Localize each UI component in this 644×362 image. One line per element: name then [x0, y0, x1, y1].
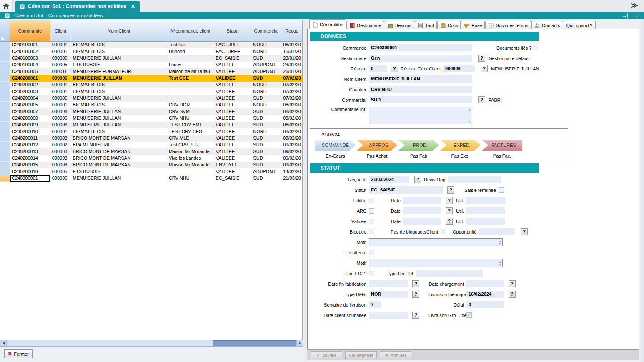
help-button[interactable]: ? — [509, 280, 516, 287]
table-row[interactable]: C240200016000005ETS DUBOISVALIDEEADUPONT… — [0, 168, 302, 175]
horizontal-scrollbar[interactable] — [0, 340, 303, 347]
commentaire-textarea[interactable]: ▲▼ — [369, 107, 472, 124]
vertical-scrollbar[interactable] — [641, 19, 644, 362]
download-icon[interactable]: ↓ — [636, 13, 638, 18]
scroll-arrows-icon[interactable]: ▲▼ — [499, 260, 501, 266]
help-button[interactable]: ? — [414, 176, 421, 183]
table-row[interactable]: C240200002000001BIGMAT BLOISVALIDEENORD0… — [0, 82, 302, 88]
validee-checkbox[interactable] — [369, 219, 374, 224]
row-selector[interactable] — [0, 175, 10, 182]
close-tab-icon[interactable]: ✕ — [131, 3, 135, 9]
table-row[interactable]: C240200011000003BRICO MONT DE MARSANCRV … — [0, 135, 302, 142]
nom-client-field[interactable]: MENUISERIE JUILLAN — [369, 75, 472, 83]
table-row[interactable]: C240200015000003BRICO MONT DE MARSANMais… — [0, 162, 302, 168]
row-selector[interactable] — [0, 148, 10, 155]
help-button[interactable]: ? — [481, 65, 488, 72]
table-row[interactable]: C240100003000006MENUISERIE JUILLANEC_SAI… — [0, 55, 302, 62]
row-selector[interactable] — [0, 135, 10, 142]
row-selector[interactable] — [0, 168, 10, 175]
delai-field[interactable]: 0 — [466, 301, 504, 308]
tab-g-n-ralit-s[interactable]: Généralités — [309, 19, 346, 29]
row-selector[interactable] — [0, 48, 10, 55]
table-row[interactable]: C240100001000001BIGMAT BLOISTest fluxFAC… — [0, 42, 302, 48]
panel-splitter[interactable] — [304, 20, 307, 362]
editee-checkbox[interactable] — [369, 198, 374, 203]
table-row[interactable]: C240200003000001BIGMAT BLOISVALIDEENORD0… — [0, 88, 302, 95]
cde-edi-checkbox[interactable] — [369, 271, 374, 276]
reseau-gene-field[interactable]: 000006 — [443, 65, 475, 72]
arc-checkbox[interactable] — [369, 208, 374, 214]
tab-destinataire[interactable]: Destinataire — [346, 21, 384, 29]
commande-field[interactable]: C240300001 — [369, 44, 472, 51]
annuler-button[interactable]: ✖ Annuler — [380, 351, 411, 359]
row-selector[interactable] — [0, 122, 10, 128]
row-selector[interactable] — [0, 102, 10, 108]
row-selector[interactable] — [0, 55, 10, 62]
row-selector[interactable] — [0, 75, 10, 82]
commercial-field[interactable]: SUD — [369, 96, 472, 103]
column-header-nom-client[interactable]: Nom Client — [71, 20, 167, 42]
table-row[interactable]: C240200009000006MENUISERIE JUILLANTEST C… — [0, 122, 302, 128]
gestionnaire-field[interactable]: Gen — [369, 55, 472, 62]
help-button[interactable]: ? — [478, 55, 485, 62]
column-header-re-ue[interactable]: Reçue — [281, 20, 302, 42]
table-row[interactable]: C240100004000005ETS DUBOISLoueyVALIDEEAD… — [0, 62, 302, 68]
go-to-end-icon[interactable]: →| — [622, 13, 628, 18]
table-row[interactable]: C240100002000001BIGMAT BLOISDupondFACTUR… — [0, 48, 302, 55]
help-button[interactable]: ? — [509, 291, 516, 298]
row-selector[interactable] — [0, 68, 10, 75]
help-button[interactable]: ? — [446, 207, 453, 214]
help-button[interactable]: ? — [391, 65, 398, 72]
select-all-corner[interactable] — [0, 20, 10, 42]
arc-date-field[interactable] — [403, 207, 441, 214]
row-selector[interactable] — [0, 62, 10, 68]
table-row[interactable]: C240200001000006MENUISERIE JUILLANTest C… — [0, 75, 302, 82]
scroll-arrows-icon[interactable]: ▲▼ — [499, 239, 501, 245]
table-row[interactable]: C240200010000001BIGMAT BLOISTEST CRV CFO… — [0, 128, 302, 135]
table-row[interactable]: C240100005000011MENUISERIE FORMATEURMais… — [0, 68, 302, 75]
table-row[interactable]: C240200005000001BIGMAT BLOISCRV DGRVALID… — [0, 102, 302, 108]
semaine-livraison-field[interactable]: 7 — [369, 301, 381, 308]
help-button[interactable]: ? — [412, 312, 419, 319]
row-selector[interactable] — [0, 115, 10, 122]
table-row[interactable]: C240200014000003BRICO MONT DE MARSANVive… — [0, 155, 302, 162]
tab-besoins[interactable]: Besoins — [385, 21, 414, 29]
scrollbar-thumb[interactable] — [213, 340, 297, 346]
help-button[interactable]: ? — [446, 218, 453, 225]
pas-bloquage-checkbox[interactable] — [441, 229, 446, 234]
sauvegarde-button[interactable]: Sauvegarde — [345, 351, 377, 359]
motif2-textarea[interactable]: ▲▼ — [369, 259, 503, 267]
recue-le-field[interactable]: 21/03/2024 — [369, 176, 409, 183]
livraison-grp-checkbox[interactable] — [466, 312, 472, 318]
column-header-n-commande-client[interactable]: N°commande client — [167, 20, 214, 42]
motif-textarea[interactable]: ▲▼ — [369, 238, 503, 246]
column-header-statut[interactable]: Statut — [214, 20, 252, 42]
type-delai-field[interactable]: NOR — [369, 291, 408, 298]
help-button[interactable]: ? — [478, 96, 485, 103]
fermer-button[interactable]: ✖ Fermer — [4, 349, 33, 358]
more-tabs-icon[interactable]: ≫ — [631, 1, 638, 9]
devis-orig-field[interactable] — [448, 176, 501, 183]
row-selector[interactable] — [0, 108, 10, 115]
column-header-commande[interactable]: Commande — [10, 20, 50, 42]
statut-field[interactable]: EC_SAISIE — [369, 186, 443, 194]
row-selector[interactable] — [0, 95, 10, 102]
bloquee-checkbox[interactable] — [369, 229, 374, 234]
row-selector[interactable] — [0, 142, 10, 148]
reseau-field[interactable]: 0 — [369, 65, 387, 72]
valider-button[interactable]: ✔ Valider — [311, 351, 342, 359]
tab-pose[interactable]: Pose — [461, 21, 485, 29]
column-header-commercial[interactable]: Commercial — [251, 20, 281, 42]
home-button[interactable] — [0, 0, 13, 12]
help-button[interactable]: ? — [446, 197, 453, 204]
tab-qui-quand-[interactable]: Qui, quand ? — [564, 21, 596, 29]
row-selector[interactable] — [0, 88, 10, 95]
help-button[interactable]: ? — [447, 186, 454, 194]
row-selector[interactable] — [0, 162, 10, 168]
table-row[interactable]: C240200004000006MENUISERIE JUILLANVALIDE… — [0, 95, 302, 102]
help-button[interactable]: ? — [412, 291, 419, 298]
tab-suivi-des-temps[interactable]: Suivi des temps — [485, 21, 531, 29]
saisie-terminee-checkbox[interactable] — [499, 187, 504, 193]
row-selector[interactable] — [0, 128, 10, 135]
validee-date-field[interactable] — [403, 218, 441, 225]
